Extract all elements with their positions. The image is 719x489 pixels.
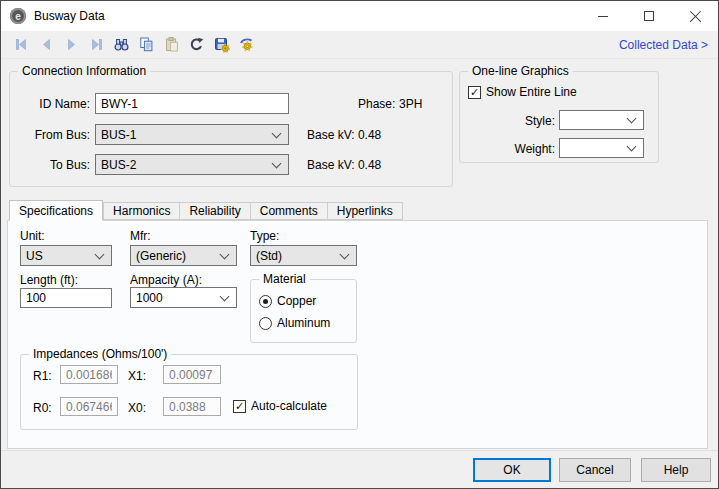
connection-information-legend: Connection Information [18,64,150,79]
tab-strip: Specifications Harmonics Reliability Com… [9,200,403,220]
help-button[interactable]: Help [641,458,711,482]
tab-hyperlinks[interactable]: Hyperlinks [328,202,403,220]
undo-icon [188,36,205,53]
radio-unselected-icon [259,317,272,330]
chevron-down-icon [272,128,282,138]
auto-calculate-checkbox[interactable]: ✓ Auto-calculate [233,399,327,413]
show-entire-line-label: Show Entire Line [486,85,577,99]
first-record-icon [13,36,30,53]
chevron-down-icon [627,142,637,152]
style-dropdown[interactable] [559,110,644,130]
next-icon [63,36,80,53]
undo-button[interactable] [184,35,209,55]
cancel-button[interactable]: Cancel [559,458,631,482]
find-binoculars-icon [113,36,130,53]
last-record-button[interactable] [84,35,109,55]
busway-data-dialog: e Busway Data Collected Data > Connectio… [0,0,719,489]
tab-comments[interactable]: Comments [251,202,328,220]
toolbar: Collected Data > [1,31,718,59]
mfr-label: Mfr: [130,229,151,243]
to-bus-dropdown[interactable]: BUS-2 [95,154,289,175]
save-gear-icon [213,36,230,53]
type-label: Type: [250,229,279,243]
radio-selected-icon [259,295,272,308]
length-label: Length (ft): [20,273,78,287]
chevron-down-icon [627,114,637,124]
save-defaults-button[interactable] [209,35,234,55]
ok-button[interactable]: OK [473,458,551,482]
checkbox-checked-icon: ✓ [468,86,481,99]
copy-button[interactable] [134,35,159,55]
weight-label: Weight: [460,142,555,156]
chevron-down-icon [95,249,105,259]
x1-label: X1: [128,369,146,383]
r1-input [60,365,118,384]
one-line-graphics-group: One-line Graphics ✓ Show Entire Line Sty… [459,71,659,163]
mfr-dropdown[interactable]: (Generic) [130,245,237,266]
copper-label: Copper [277,294,316,308]
first-record-button[interactable] [9,35,34,55]
chevron-down-icon [220,249,230,259]
tab-reliability[interactable]: Reliability [180,202,250,220]
maximize-button[interactable] [626,1,672,31]
chevron-down-icon [220,291,230,301]
chevron-down-icon [340,249,350,259]
from-bus-label: From Bus: [10,128,90,142]
ampacity-value: 1000 [136,291,217,305]
ampacity-label: Ampacity (A): [130,273,202,287]
copy-icon [138,36,155,53]
to-bus-label: To Bus: [10,158,90,172]
tab-harmonics[interactable]: Harmonics [103,202,180,220]
material-aluminum-radio[interactable]: Aluminum [259,316,330,330]
material-legend: Material [259,272,310,287]
checkbox-checked-icon: ✓ [233,400,246,413]
weight-dropdown[interactable] [559,138,644,158]
find-button[interactable] [109,35,134,55]
options-gear-icon [238,36,255,53]
length-input[interactable] [20,288,112,308]
next-button[interactable] [59,35,84,55]
previous-icon [38,36,55,53]
app-logo-icon: e [10,8,26,24]
id-name-input[interactable] [95,93,289,114]
mfr-value: (Generic) [136,249,217,263]
type-value: (Std) [256,249,337,263]
paste-button [159,35,184,55]
from-bus-dropdown[interactable]: BUS-1 [95,124,289,145]
impedances-legend: Impedances (Ohms/100') [29,347,171,362]
to-bus-value: BUS-2 [101,158,269,172]
tab-specifications[interactable]: Specifications [9,200,103,221]
auto-calculate-label: Auto-calculate [251,399,327,413]
phase-value: 3PH [399,97,422,111]
chevron-down-icon [272,158,282,168]
material-copper-radio[interactable]: Copper [259,294,316,308]
show-entire-line-checkbox[interactable]: ✓ Show Entire Line [468,85,577,99]
r0-input [60,397,118,416]
phase-label: Phase: [358,97,395,111]
close-icon [689,10,702,23]
x0-label: X0: [128,401,146,415]
collected-data-link[interactable]: Collected Data > [619,38,710,52]
close-button[interactable] [672,1,718,31]
paste-icon-disabled [163,36,180,53]
window-controls [580,1,718,31]
id-name-label: ID Name: [10,97,90,111]
aluminum-label: Aluminum [277,316,330,330]
one-line-graphics-legend: One-line Graphics [468,64,573,79]
options-button[interactable] [234,35,259,55]
previous-button[interactable] [34,35,59,55]
r1-label: R1: [33,369,52,383]
type-dropdown[interactable]: (Std) [250,245,357,266]
last-record-icon [88,36,105,53]
x1-input [163,365,221,384]
minimize-icon [598,16,608,17]
to-base-kv: Base kV: 0.48 [307,158,381,172]
impedances-group: Impedances (Ohms/100') R1: X1: R0: X0: ✓… [20,354,358,430]
ampacity-dropdown[interactable]: 1000 [130,287,237,308]
minimize-button[interactable] [580,1,626,31]
unit-dropdown[interactable]: US [20,245,112,266]
from-base-kv: Base kV: 0.48 [307,128,381,142]
window-title: Busway Data [34,9,105,23]
r0-label: R0: [33,401,52,415]
from-bus-value: BUS-1 [101,128,269,142]
